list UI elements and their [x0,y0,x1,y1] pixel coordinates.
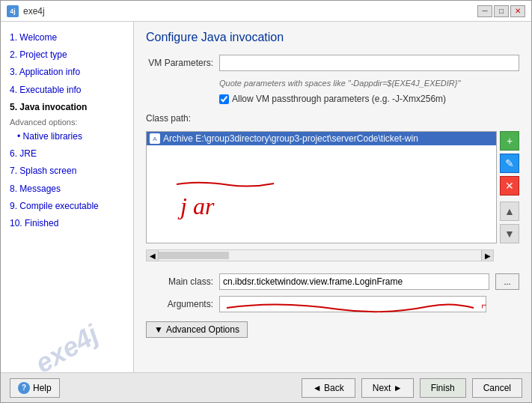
classpath-list: A Archive E:\group3directory\group3-proj… [146,131,497,243]
move-down-button[interactable]: ▼ [500,224,519,243]
vm-passthrough-row: Allow VM passthrough parameters (e.g. -J… [219,94,519,104]
back-button[interactable]: ◄ Back [302,378,355,398]
advanced-options-btn[interactable]: ▼ Advanced Options [146,321,248,338]
svg-text:j ar: j ar [177,193,215,219]
main-class-input[interactable] [219,273,489,290]
classpath-area: A Archive E:\group3directory\group3-proj… [146,131,519,243]
help-button[interactable]: ? Help [10,378,60,398]
classpath-buttons: + ✎ ✕ ▲ ▼ [500,131,519,243]
main-class-label: Main class: [146,276,213,287]
classpath-list-inner: A Archive E:\group3directory\group3-proj… [147,132,496,145]
sidebar: 1. Welcome 2. Project type 3. Applicatio… [1,22,134,372]
move-up-button[interactable]: ▲ [500,202,519,221]
vm-passthrough-label: Allow VM passthrough parameters (e.g. -J… [232,94,446,104]
configuration-panel: Configure Java invocation VM Parameters:… [134,22,531,372]
scroll-left-button[interactable]: ◀ [147,250,159,261]
sidebar-item-messages[interactable]: 8. Messages [7,181,127,198]
advanced-btn-label: Advanced Options [166,324,239,335]
sidebar-item-welcome[interactable]: 1. Welcome [7,29,127,46]
scroll-right-button[interactable]: ▶ [481,250,493,261]
close-button[interactable]: ✕ [510,5,525,17]
sidebar-item-java-invocation[interactable]: 5. Java invocation [7,99,127,116]
scrollbar-thumb[interactable] [154,252,229,259]
classpath-item-text: Archive E:\group3directory\group3-projec… [163,133,418,144]
title-bar: 4j exe4j ─ □ ✕ [1,1,531,22]
sidebar-item-jre[interactable]: 6. JRE [7,145,127,163]
classpath-section-label: Class path: [146,113,519,124]
arguments-container: ⌐ [219,296,486,312]
remove-classpath-button[interactable]: ✕ [500,176,519,196]
main-content: 1. Welcome 2. Project type 3. Applicatio… [1,22,531,372]
maximize-button[interactable]: □ [494,5,509,17]
sidebar-watermark: exe4j [1,303,132,372]
vm-params-input[interactable] [219,55,519,71]
next-button[interactable]: Next ► [361,378,414,398]
vm-params-row: VM Parameters: [146,55,519,71]
browse-main-class-button[interactable]: ... [495,273,519,290]
vm-params-hint: Quote parameters with spaces like "-Dapp… [219,79,519,88]
arguments-input[interactable] [219,296,486,312]
arguments-label: Arguments: [146,299,213,309]
app-icon: 4j [7,5,19,17]
edit-classpath-button[interactable]: ✎ [500,154,519,173]
classpath-item[interactable]: A Archive E:\group3directory\group3-proj… [147,132,496,145]
jar-handwriting-svg: j ar [169,173,281,233]
panel-title: Configure Java invocation [146,31,519,44]
vm-passthrough-checkbox[interactable] [219,94,229,104]
jar-annotation-area: j ar [169,173,281,235]
sidebar-item-native-libs[interactable]: • Native libraries [7,128,127,145]
sidebar-item-project-type[interactable]: 2. Project type [7,46,127,64]
sidebar-item-app-info[interactable]: 3. Application info [7,64,127,81]
main-window: 4j exe4j ─ □ ✕ 1. Welcome 2. Project typ… [0,0,532,403]
sidebar-item-splash[interactable]: 7. Splash screen [7,163,127,180]
advanced-chevron-icon: ▼ [154,324,163,335]
finish-button[interactable]: Finish [420,378,466,398]
sidebar-item-finished[interactable]: 10. Finished [7,215,127,232]
sidebar-label-advanced: Advanced options: [7,116,127,128]
window-title: exe4j [23,6,45,16]
classpath-item-icon: A [150,133,160,144]
title-bar-left: 4j exe4j [7,5,45,17]
vm-params-label: VM Parameters: [146,58,213,68]
minimize-button[interactable]: ─ [477,5,492,17]
cancel-button[interactable]: Cancel [472,378,522,398]
add-classpath-button[interactable]: + [500,131,519,151]
title-controls: ─ □ ✕ [477,5,525,17]
arguments-row: Arguments: ⌐ [146,296,519,312]
classpath-scrollbar[interactable]: ▶ ◀ [146,249,494,261]
bottom-bar: ? Help ◄ Back Next ► Finish Cancel [1,372,531,402]
sidebar-item-compile[interactable]: 9. Compile executable [7,198,127,215]
help-icon: ? [18,382,30,394]
sidebar-item-exe-info[interactable]: 4. Executable info [7,82,127,99]
main-class-row: Main class: ... [146,273,519,290]
